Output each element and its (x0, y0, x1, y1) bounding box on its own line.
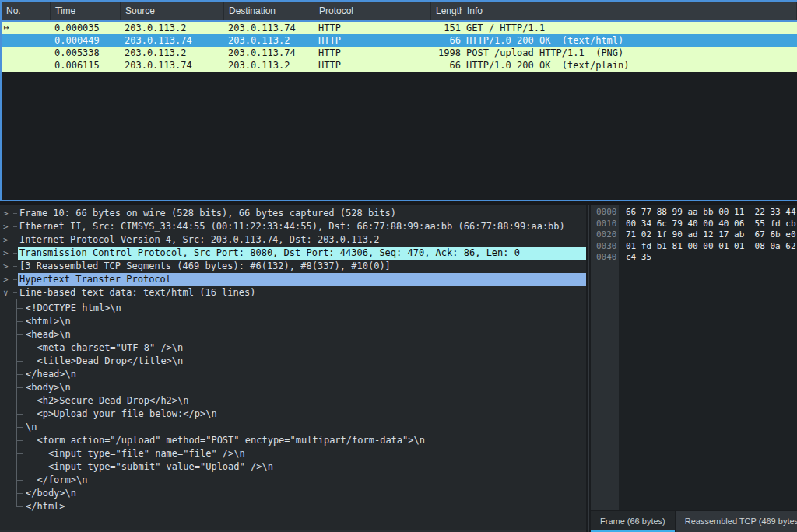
hex-bytes: 01 fd b1 81 00 00 01 01 08 0a 62 68 (619, 241, 797, 253)
detail-text-line[interactable]: \n (16, 421, 586, 434)
packet-length-cell: 151 (431, 22, 462, 34)
hex-bytes: c4 35 (619, 252, 797, 264)
detail-text-line[interactable]: <title>Dead Drop</title>\n (16, 355, 586, 368)
tree-tick (13, 233, 18, 247)
expand-chevron-icon[interactable]: > (0, 220, 13, 233)
tree-tick (13, 273, 18, 286)
detail-text-line[interactable]: <html>\n (16, 315, 586, 328)
related-packet-arrow-icon: ↦ (4, 22, 9, 34)
tree-tick (13, 247, 18, 260)
hex-offset: 0020 (591, 229, 619, 241)
related-packet-arrow-icon: ┄ (4, 34, 9, 47)
packet-bytes-pane: 0000 66 77 88 99 aa bb 00 11 22 33 44 55… (591, 205, 797, 532)
hex-bytes: 66 77 88 99 aa bb 00 11 22 33 44 55 (619, 207, 797, 219)
detail-row[interactable]: > Transmission Control Protocol, Src Por… (0, 247, 586, 260)
tree-tick (13, 220, 18, 233)
packet-list-body: ↦4 0.000035 203.0.113.2 203.0.113.74 HTT… (2, 22, 797, 72)
packet-row[interactable]: ↦4 0.000035 203.0.113.2 203.0.113.74 HTT… (2, 22, 797, 34)
detail-row[interactable]: > Frame 10: 66 bytes on wire (528 bits),… (0, 207, 586, 220)
column-header-destination[interactable]: Destination (224, 2, 314, 20)
packet-row[interactable]: 24 0.005338 203.0.113.2 203.0.113.74 HTT… (2, 47, 797, 59)
detail-text-line[interactable]: </html> (16, 500, 586, 513)
column-header-length[interactable]: Length (431, 2, 462, 20)
packet-details-pane: > Frame 10: 66 bytes on wire (528 bits),… (0, 205, 586, 532)
detail-row[interactable]: > Hypertext Transfer Protocol (0, 273, 586, 286)
expand-chevron-icon[interactable]: > (0, 247, 13, 260)
packet-no-cell: 30 (2, 59, 51, 72)
packet-source-cell: 203.0.113.2 (121, 22, 224, 34)
detail-row[interactable]: > [3 Reassembled TCP Segments (469 bytes… (0, 260, 586, 273)
detail-row-text: [3 Reassembled TCP Segments (469 bytes):… (18, 260, 586, 273)
detail-row-text: Internet Protocol Version 4, Src: 203.0.… (18, 233, 586, 247)
column-header-time[interactable]: Time (51, 2, 121, 20)
tree-tick (13, 207, 18, 220)
hex-row[interactable]: 0010 00 34 6c 79 40 00 40 06 55 fd cb 00 (591, 219, 797, 230)
detail-text-line[interactable]: <input type="file" name="file" />\n (16, 447, 586, 460)
expand-chevron-icon[interactable]: > (0, 273, 13, 286)
column-header-no[interactable]: No. (2, 2, 51, 20)
hex-row[interactable]: 0040 c4 35 (591, 252, 797, 264)
packet-protocol-cell: HTTP (314, 34, 431, 47)
hex-bytes: 00 34 6c 79 40 00 40 06 55 fd cb 00 (619, 219, 797, 230)
detail-text-line[interactable]: <form action="/upload" method="POST" enc… (16, 434, 586, 447)
packet-protocol-cell: HTTP (314, 59, 431, 72)
packet-length-cell: 1998 (431, 47, 462, 59)
packet-length-cell: 66 (431, 34, 462, 47)
detail-text-line[interactable]: <h2>Secure Dead Drop</h2>\n (16, 394, 586, 408)
detail-text-line[interactable]: </form>\n (16, 474, 586, 487)
column-header-protocol[interactable]: Protocol (314, 2, 431, 20)
expand-chevron-icon[interactable]: ∨ (0, 286, 13, 299)
column-header-info[interactable]: Info (462, 2, 797, 20)
expand-chevron-icon[interactable]: > (0, 260, 13, 273)
detail-text-line[interactable]: <head>\n (16, 328, 586, 341)
detail-text-line[interactable]: </body>\n (16, 487, 586, 500)
packet-row[interactable]: 30 0.006115 203.0.113.74 203.0.113.2 HTT… (2, 59, 797, 72)
packet-info-cell: HTTP/1.0 200 OK (text/plain) (462, 59, 630, 72)
packet-no-cell: ↦4 (2, 22, 51, 34)
detail-row-text: Frame 10: 66 bytes on wire (528 bits), 6… (18, 207, 586, 220)
detail-text-line[interactable]: <input type="submit" value="Upload" />\n (16, 460, 586, 474)
bytes-tab[interactable]: Reassembled TCP (469 bytes) (675, 511, 797, 532)
packet-protocol-cell: HTTP (314, 47, 431, 59)
packet-time-cell: 0.000035 (51, 22, 121, 34)
packet-destination-cell: 203.0.113.74 (224, 47, 314, 59)
column-header-source[interactable]: Source (121, 2, 224, 20)
detail-row-text: Ethernet II, Src: CIMSYS_33:44:55 (00:11… (18, 220, 586, 233)
hex-row[interactable]: 0000 66 77 88 99 aa bb 00 11 22 33 44 55 (591, 207, 797, 219)
packet-info-cell: POST /upload HTTP/1.1 (PNG) (462, 47, 623, 59)
packet-no-cell: 24 (2, 47, 51, 59)
packet-destination-cell: 203.0.113.74 (224, 22, 314, 34)
packet-list-header: No. Time Source Destination Protocol Len… (2, 2, 797, 22)
packet-time-cell: 0.006115 (51, 59, 121, 72)
detail-row[interactable]: ∨ Line-based text data: text/html (16 li… (0, 286, 586, 299)
detail-text-line[interactable]: </head>\n (16, 368, 586, 381)
hex-dump-view: 0000 66 77 88 99 aa bb 00 11 22 33 44 55… (591, 205, 797, 510)
packet-row[interactable]: ┄10 0.000449 203.0.113.74 203.0.113.2 HT… (2, 34, 797, 47)
detail-text-line[interactable]: <body>\n (16, 381, 586, 394)
detail-row[interactable]: > Internet Protocol Version 4, Src: 203.… (0, 233, 586, 247)
hex-offset: 0040 (591, 252, 619, 264)
detail-row-text: Line-based text data: text/html (16 line… (18, 286, 586, 299)
detail-row-text: Transmission Control Protocol, Src Port:… (18, 247, 586, 260)
hex-row[interactable]: 0020 71 02 1f 90 ad 12 17 ab 67 6b e0 21 (591, 229, 797, 241)
expand-chevron-icon[interactable]: > (0, 207, 13, 220)
detail-text-line[interactable]: <p>Upload your file below:</p>\n (16, 408, 586, 421)
bytes-tab[interactable]: Frame (66 bytes) (591, 511, 675, 532)
detail-row[interactable]: > Ethernet II, Src: CIMSYS_33:44:55 (00:… (0, 220, 586, 233)
packet-protocol-cell: HTTP (314, 22, 431, 34)
packet-destination-cell: 203.0.113.2 (224, 34, 314, 47)
detail-row-text: Hypertext Transfer Protocol (18, 273, 586, 286)
packet-destination-cell: 203.0.113.2 (224, 59, 314, 72)
packet-info-cell: HTTP/1.0 200 OK (text/html) (462, 34, 623, 47)
packet-time-cell: 0.000449 (51, 34, 121, 47)
hex-offset: 0000 (591, 207, 619, 219)
expand-chevron-icon[interactable]: > (0, 233, 13, 247)
detail-text-line[interactable]: <meta charset="UTF-8" />\n (16, 341, 586, 355)
hex-row[interactable]: 0030 01 fd b1 81 00 00 01 01 08 0a 62 68 (591, 241, 797, 253)
packet-time-cell: 0.005338 (51, 47, 121, 59)
hex-offset: 0030 (591, 241, 619, 253)
packet-length-cell: 66 (431, 59, 462, 72)
packet-source-cell: 203.0.113.74 (121, 34, 224, 47)
packet-no-cell: ┄10 (2, 34, 51, 47)
detail-text-line[interactable]: <!DOCTYPE html>\n (16, 302, 586, 315)
